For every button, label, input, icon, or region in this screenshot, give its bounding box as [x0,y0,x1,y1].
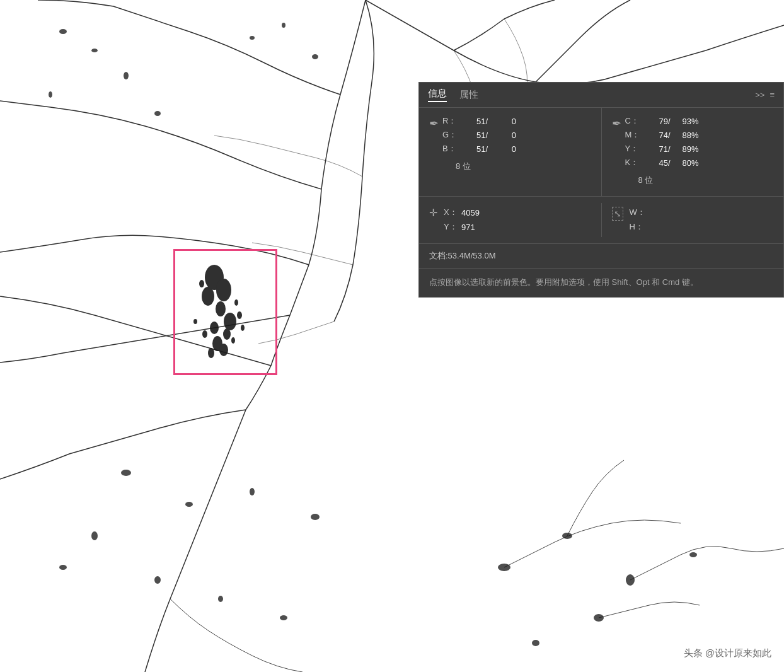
eyedropper-right: ✒ [612,115,621,130]
m-label: M： [625,129,639,141]
r-value1: 51/ [456,117,488,126]
eyedropper-left: ✒ [429,115,439,130]
x-value: 4059 [461,208,480,217]
w-label: W： [630,207,647,218]
rgb-bit-depth: 8 位 [429,157,591,178]
c-row: C： 79/ 93% [625,115,699,127]
g-value1: 51/ [456,130,488,140]
r-row: R： 51/ 0 [442,115,516,127]
c-value2: 93% [671,117,699,126]
wh-section: ⤡ W： H： [602,203,784,237]
eyedropper-right-icon: ✒ [612,117,621,130]
k-label: K： [625,157,639,168]
crosshair-icon: ✛ [429,207,437,219]
r-label: R： [442,115,456,127]
y-value1: 71/ [639,144,671,154]
y-value: 971 [461,223,475,232]
watermark: 头条 @设计原来如此 [684,647,771,659]
svg-point-30 [121,470,131,476]
g-value2: 0 [488,130,516,140]
svg-point-24 [282,23,285,28]
watermark-text: 头条 @设计原来如此 [684,647,771,658]
svg-point-20 [124,72,129,79]
y-value2: 89% [671,144,699,154]
doc-info: 文档:53.4M/53.0M [419,244,783,269]
doc-info-text: 文档:53.4M/53.0M [429,251,496,260]
cmyk-bit-depth: 8 位 [612,171,774,192]
rgb-section: ✒ R： 51/ 0 G： 51/ 0 B： 51/ [419,108,602,196]
panel-controls: >> ≡ [755,90,775,100]
svg-point-21 [49,91,52,98]
svg-point-18 [59,29,67,34]
x-label: X： [444,207,461,218]
selection-rectangle [173,249,277,375]
info-panel: 信息 属性 >> ≡ ✒ R： 51/ 0 G： [418,82,784,298]
svg-point-22 [154,111,161,116]
panel-header: 信息 属性 >> ≡ [419,83,783,108]
svg-point-38 [280,615,287,620]
m-value2: 88% [671,130,699,140]
w-row: W： [630,207,647,218]
m-value1: 74/ [639,130,671,140]
x-row: X： 4059 [444,207,480,218]
b-row: B： 51/ 0 [442,143,516,154]
y-row: Y： 971 [444,221,480,233]
m-row: M： 74/ 88% [625,129,699,141]
k-value1: 45/ [639,158,671,168]
r-value2: 0 [488,117,516,126]
b-value2: 0 [488,144,516,154]
b-label: B： [442,143,456,154]
k-value2: 80% [671,158,699,168]
y-label: Y： [625,143,639,154]
xy-section: ✛ X： 4059 Y： 971 [419,203,602,237]
y-label: Y： [444,221,461,233]
svg-point-42 [689,552,697,557]
g-label: G： [442,129,456,141]
cmyk-section: ✒ C： 79/ 93% M： 74/ 88% Y： 71/ [602,108,784,196]
svg-point-34 [311,514,320,520]
c-label: C： [625,115,639,127]
c-value1: 79/ [639,117,671,126]
svg-point-25 [312,54,318,59]
svg-point-37 [218,596,223,602]
tab-properties[interactable]: 属性 [459,89,478,101]
g-row: G： 51/ 0 [442,129,516,141]
color-info-section: ✒ R： 51/ 0 G： 51/ 0 B： 51/ [419,108,783,197]
y-row: Y： 71/ 89% [625,143,699,154]
svg-point-32 [91,531,98,540]
svg-point-35 [59,565,67,570]
position-section: ✛ X： 4059 Y： 971 ⤡ W： [419,197,783,244]
svg-point-19 [91,49,98,52]
svg-point-33 [250,488,255,495]
h-row: H： [630,221,647,233]
menu-icon[interactable]: ≡ [770,90,775,100]
svg-point-44 [532,640,539,646]
b-value1: 51/ [456,144,488,154]
tab-info[interactable]: 信息 [428,88,447,102]
k-row: K： 45/ 80% [625,157,699,168]
help-text-content: 点按图像以选取新的前景色。要用附加选项，使用 Shift、Opt 和 Cmd 键… [429,277,698,287]
eyedropper-left-icon: ✒ [429,117,439,130]
svg-point-36 [154,576,161,584]
h-label: H： [630,221,647,233]
svg-point-23 [250,36,255,40]
resize-icon: ⤡ [612,207,623,221]
expand-icon[interactable]: >> [755,90,764,100]
help-text: 点按图像以选取新的前景色。要用附加选项，使用 Shift、Opt 和 Cmd 键… [419,269,783,297]
svg-point-31 [185,502,193,507]
